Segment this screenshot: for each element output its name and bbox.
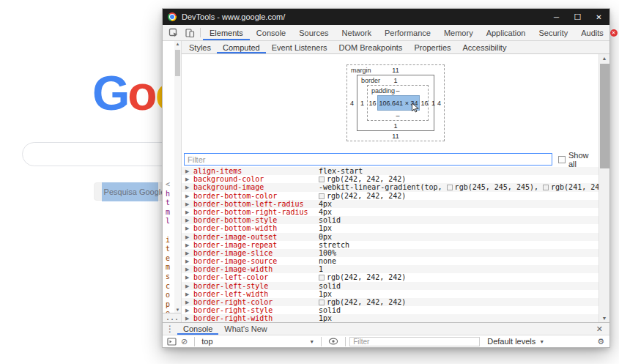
computed-filter-input[interactable] [184,153,552,166]
tab-sources[interactable]: Sources [292,25,335,40]
expand-arrow-icon[interactable]: ▶ [185,265,189,273]
inspect-element-icon[interactable] [166,25,182,40]
expand-arrow-icon[interactable]: ▶ [185,192,189,200]
expand-arrow-icon[interactable]: ▶ [185,216,189,224]
tab-network[interactable]: Network [336,25,378,40]
computed-property-row[interactable]: ▶border-bottom-colorrgb(242, 242, 242) [182,192,609,200]
dom-tree-scrollbar[interactable]: ▲ ▼ [174,41,181,313]
expand-arrow-icon[interactable]: ▶ [185,273,189,281]
expand-arrow-icon[interactable]: ▶ [185,175,189,183]
expand-arrow-icon[interactable]: ▶ [185,290,189,298]
scroll-down-icon[interactable]: ▼ [174,308,181,312]
dom-breadcrumb[interactable]: ... [163,313,181,322]
tab-security[interactable]: Security [532,25,574,40]
tab-elements[interactable]: Elements [203,25,250,40]
expand-arrow-icon[interactable]: ▶ [185,167,189,175]
color-swatch[interactable] [319,300,325,305]
title-bar[interactable]: DevTools - www.google.com/ ─ ☐ ✕ [163,9,609,25]
expand-arrow-icon[interactable]: ▶ [185,183,189,191]
scrollbar-thumb[interactable] [600,64,609,168]
color-swatch[interactable] [319,193,325,199]
expand-arrow-icon[interactable]: ▶ [185,200,189,208]
subtab-properties[interactable]: Properties [408,41,456,53]
drawer-tab-what-s-new[interactable]: What's New [218,323,273,335]
tab-audits[interactable]: Audits [574,25,610,40]
box-model-border[interactable]: border 1 1 padding – [357,75,434,131]
color-swatch[interactable] [319,275,325,281]
color-swatch[interactable] [319,177,325,182]
subtab-accessibility[interactable]: Accessibility [457,41,513,53]
close-window-button[interactable]: ✕ [588,9,609,25]
tab-performance[interactable]: Performance [378,25,437,40]
subtab-dom-breakpoints[interactable]: DOM Breakpoints [333,41,409,53]
expand-arrow-icon[interactable]: ▶ [185,257,189,265]
error-badge[interactable]: ✕ 8 [610,29,619,37]
maximize-button[interactable]: ☐ [567,9,588,25]
computed-property-row[interactable]: ▶border-image-repeatstretch [182,241,609,249]
live-expression-eye-icon[interactable] [328,338,338,345]
dom-tree-char: o [166,291,170,300]
scroll-up-icon[interactable]: ▲ [174,42,181,46]
scroll-down-icon[interactable]: ▼ [599,316,609,321]
expand-arrow-icon[interactable]: ▶ [185,298,189,306]
drawer: ⋮ ConsoleWhat's New ✕ ⊘ top ▼ Default le… [163,322,609,347]
scroll-up-icon[interactable]: ▲ [599,56,609,61]
drawer-close-icon[interactable]: ✕ [590,323,609,335]
chrome-icon [168,12,177,21]
subtab-computed[interactable]: Computed [217,41,266,53]
expand-arrow-icon[interactable]: ▶ [185,224,189,232]
computed-property-row[interactable]: ▶border-image-slice100% [182,249,609,257]
minimize-button[interactable]: ─ [546,9,567,25]
drawer-tab-console[interactable]: Console [177,323,218,335]
drawer-kebab-icon[interactable]: ⋮ [163,323,177,335]
tab-application[interactable]: Application [480,25,533,40]
computed-property-row[interactable]: ▶background-colorrgb(242, 242, 242) [182,175,609,183]
dom-tree-pane[interactable]: <htmlitemscope ▲ ▼ ... [163,41,182,322]
console-settings-gear-icon[interactable]: ⚙ [597,337,604,346]
color-swatch[interactable] [447,185,453,190]
computed-property-row[interactable]: ▶align-itemsflex-start [182,167,609,175]
property-name: border-left-color [193,273,268,281]
computed-property-row[interactable]: ▶border-image-outset0px [182,233,609,241]
clear-console-icon[interactable]: ⊘ [181,337,188,346]
computed-property-row[interactable]: ▶border-left-colorrgb(242, 242, 242) [182,273,609,281]
subtab-styles[interactable]: Styles [183,41,217,53]
expand-arrow-icon[interactable]: ▶ [185,249,189,257]
console-filter-input[interactable] [349,337,480,346]
property-name: border-bottom-left-radius [193,200,304,208]
tab-console[interactable]: Console [250,25,292,40]
expand-arrow-icon[interactable]: ▶ [185,233,189,241]
computed-property-row[interactable]: ▶border-left-width1px [182,290,609,298]
expand-arrow-icon[interactable]: ▶ [185,241,189,249]
show-all-label[interactable]: Show all [568,151,596,168]
expand-arrow-icon[interactable]: ▶ [185,314,189,322]
computed-property-row[interactable]: ▶border-bottom-stylesolid [182,216,609,224]
log-levels-dropdown[interactable]: Default levels ▼ [487,337,544,346]
dom-tree-char: e [166,254,170,264]
computed-property-row[interactable]: ▶border-right-stylesolid [182,306,609,314]
computed-property-row[interactable]: ▶background-image-webkit-linear-gradient… [182,183,609,191]
computed-property-row[interactable]: ▶border-image-sourcenone [182,257,609,265]
subtab-event-listeners[interactable]: Event Listeners [266,41,333,53]
scrollbar-thumb[interactable] [175,50,180,76]
computed-property-row[interactable]: ▶border-bottom-left-radius4px [182,200,609,208]
device-toolbar-icon[interactable] [182,25,198,40]
expand-arrow-icon[interactable]: ▶ [185,208,189,216]
tab-memory[interactable]: Memory [437,25,480,40]
expand-arrow-icon[interactable]: ▶ [185,282,189,290]
property-value: rgb(242, 242, 242) [319,175,406,183]
show-all-checkbox[interactable] [558,156,566,163]
expand-arrow-icon[interactable]: ▶ [185,306,189,314]
execution-context-dropdown[interactable]: top ▼ [197,337,319,346]
computed-property-row[interactable]: ▶border-right-width1px [182,314,609,322]
computed-property-row[interactable]: ▶border-left-stylesolid [182,282,609,290]
computed-property-row[interactable]: ▶border-bottom-right-radius4px [182,208,609,216]
console-sidebar-icon[interactable] [167,338,177,346]
computed-property-row[interactable]: ▶border-image-width1 [182,265,609,273]
computed-scrollbar[interactable]: ▲ ▼ [598,54,609,322]
dom-tree-char [166,226,170,236]
computed-property-row[interactable]: ▶border-bottom-width1px [182,224,609,232]
computed-property-row[interactable]: ▶border-right-colorrgb(242, 242, 242) [182,298,609,306]
color-swatch[interactable] [543,185,549,190]
box-model-margin[interactable]: margin 11 4 border 1 1 [346,64,445,141]
